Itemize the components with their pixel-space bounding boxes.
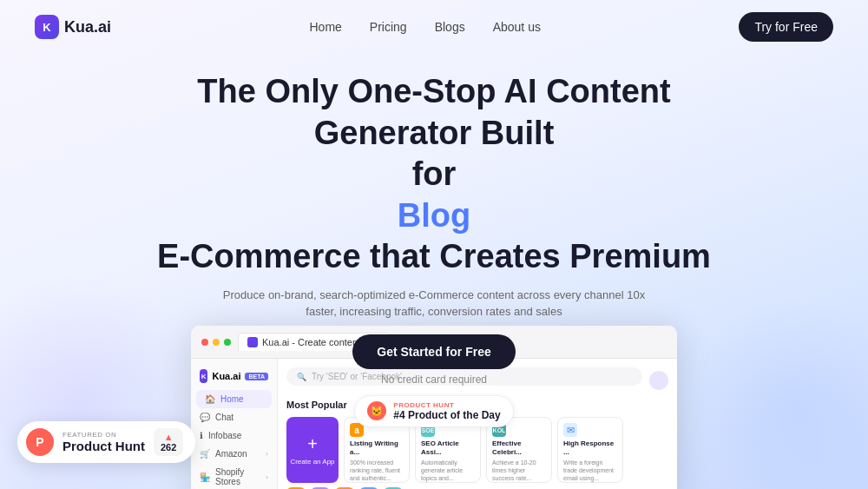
ph-badge-text: PRODUCT HUNT #4 Product of the Day [393, 401, 500, 421]
cta-group: Get Started for Free No credit card requ… [35, 334, 833, 427]
logo[interactable]: K Kua.ai [35, 15, 111, 39]
hero-section: The Only One-Stop AI Content Generator B… [0, 54, 868, 427]
hero-headline: The Only One-Stop AI Content Generator B… [130, 71, 738, 236]
ph-cat-icon: 🐱 [367, 401, 386, 420]
hero-subheadline: E-Commerce that Creates Premium [35, 236, 833, 278]
nav-about[interactable]: About us [493, 20, 541, 34]
no-credit-note: No credit card required [381, 373, 487, 386]
ph-text-group: FEATURED ON Product Hunt [62, 431, 145, 453]
nav-pricing[interactable]: Pricing [370, 20, 407, 34]
product-hunt-floating-badge[interactable]: P FEATURED ON Product Hunt ▲ 262 [17, 421, 195, 463]
ph-name: Product Hunt [62, 439, 145, 453]
get-started-button[interactable]: Get Started for Free [352, 334, 515, 369]
sidebar-item-infobase[interactable]: ℹ Infobase [191, 426, 277, 445]
ph-featured-on: FEATURED ON [62, 431, 145, 439]
try-for-free-button[interactable]: Try for Free [739, 12, 833, 42]
navbar: K Kua.ai Home Pricing Blogs About us Try… [0, 0, 868, 54]
hero-subtext: Produce on-brand, search-optimized e-Com… [208, 287, 660, 320]
sidebar-item-shopify[interactable]: 🏪 Shopify Stores › [191, 463, 277, 489]
ph-logo: P [26, 428, 54, 456]
ph-upvote-button[interactable]: ▲ 262 [154, 428, 183, 456]
logo-icon: K [35, 15, 59, 39]
logo-text: Kua.ai [64, 18, 111, 36]
ph-upvote-arrow-icon: ▲ [164, 432, 174, 442]
ph-upvote-count: 262 [161, 442, 176, 453]
product-hunt-badge[interactable]: 🐱 PRODUCT HUNT #4 Product of the Day [354, 395, 513, 427]
sidebar-item-amazon[interactable]: 🛒 Amazon › [191, 445, 277, 463]
nav-blogs[interactable]: Blogs [435, 20, 465, 34]
nav-links: Home Pricing Blogs About us [309, 19, 540, 35]
nav-home[interactable]: Home [309, 20, 341, 34]
